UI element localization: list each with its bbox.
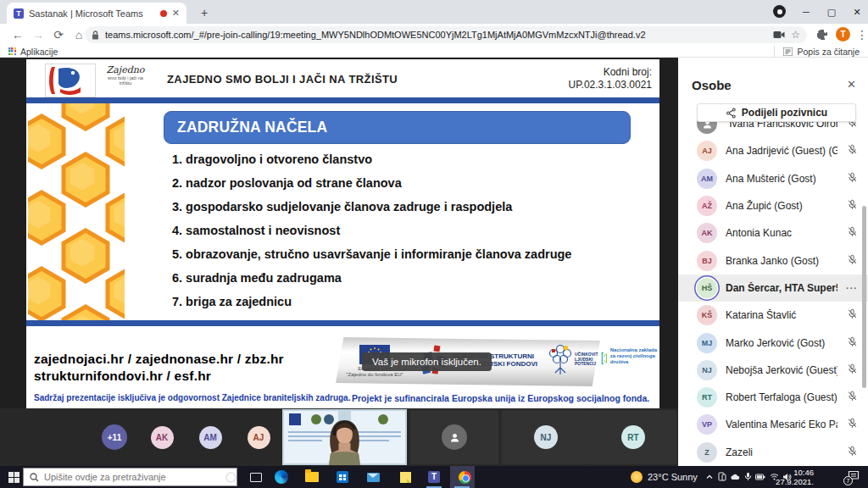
browser-tab[interactable]: T Sastanak | Microsoft Teams ✕ [7,3,186,24]
bookmarks-bar: Aplikacije Popis za čitanje [0,46,868,58]
participant-name: Nebojša Jerković (Guest) (G... [726,364,837,376]
weather-sun-icon[interactable] [631,471,643,483]
file-explorer-button[interactable] [303,469,320,485]
your-phone-icon[interactable] [718,472,726,481]
share-icon [726,108,737,119]
window-minimize-button[interactable]: ─ [795,3,817,20]
participant-initials-avatar: RT [621,425,645,449]
onedrive-cloud-icon[interactable] [730,473,740,480]
participant-row[interactable]: AŽAna Župić (Gost) [678,192,868,219]
cortana-button[interactable] [222,469,239,485]
search-input[interactable] [44,472,222,482]
participant-name: Antonia Kunac [726,227,837,239]
tab-title: Sastanak | Microsoft Teams [29,8,155,19]
mic-muted-icon [846,171,858,186]
tab-close-icon[interactable]: ✕ [172,8,180,18]
lock-icon [92,30,99,40]
taskbar-clock[interactable]: 10:46 27.9.2021. [770,468,814,486]
participant-avatar: MJ [697,333,717,353]
address-bar[interactable]: teams.microsoft.com/_#/pre-join-calling/… [85,26,807,43]
mail-button[interactable] [364,469,381,485]
chrome-avatar[interactable]: T [836,27,850,42]
reading-list-button[interactable]: Popis za čitanje [774,46,860,57]
panel-scrollbar[interactable] [862,206,866,388]
kebab-menu-icon[interactable]: ⋮ [854,27,868,42]
browser-profile-icon[interactable] [773,5,786,18]
participant-avatar: BJ [697,251,717,271]
participant-avatar: HŠ [697,278,717,298]
participant-avatar: AK [697,223,717,243]
action-center-button[interactable]: 7 [848,470,860,485]
edge-button[interactable] [273,469,290,485]
participant-row[interactable]: AKAntonia Kunac [678,219,868,247]
mic-muted-icon [846,336,858,351]
overflow-avatar[interactable]: AK [151,426,174,449]
sticky-notes-button[interactable] [397,469,414,485]
panel-close-icon[interactable]: ✕ [847,78,856,91]
participant-name: Ana Mušterić (Gost) [726,173,837,185]
new-tab-button[interactable]: + [197,6,212,21]
audio-participant-tile[interactable]: RT [590,410,676,464]
principle-item: 7. briga za zajednicu [172,290,571,313]
tray-chevron-icon[interactable] [705,473,714,481]
overflow-avatar[interactable]: AM [199,426,222,449]
participant-row[interactable]: MJMarko Jerković (Gost) [678,329,868,356]
battery-icon[interactable] [755,474,765,480]
forward-icon[interactable]: → [31,27,46,42]
extensions-puzzle-icon[interactable] [816,29,828,41]
header-divider-bar [26,97,659,103]
apps-shortcut[interactable]: Aplikacije [8,46,58,57]
bookmark-star-icon[interactable]: ☆ [791,29,800,41]
participant-row[interactable]: BJBranka Janko (Gost) [678,247,868,274]
people-panel: Osobe ✕ Podijeli pozivnicu "Ivana Franci… [678,58,868,466]
logo-handwritten-text: Zajedno smo bolji i jači na tržištu [101,64,150,97]
participant-row[interactable]: AMAna Mušterić (Gost) [678,165,868,192]
speaker-video-tile[interactable] [282,409,407,465]
camera-media-icon[interactable] [773,30,785,39]
participant-row[interactable]: RTRobert Terfaloga (Guest) (Go... [678,384,868,411]
nacionalna-text: Nacionalna zaklada za razvoj civilnoga d… [610,344,659,383]
participant-row[interactable]: KŠKatarina Štavlić [678,302,868,329]
participant-row[interactable]: VPValentina Mesarić Eko Pan (... [678,411,868,438]
principle-item: 5. obrazovanje, stručno usavršavanje i i… [172,242,571,266]
search-icon [30,473,39,482]
audio-participant-tile[interactable]: NJ [502,410,590,464]
overflow-avatar[interactable]: +11 [102,424,127,450]
taskbar-search[interactable] [23,468,237,486]
window-close-button[interactable]: ✕ [846,3,868,20]
back-icon[interactable]: ← [10,27,25,42]
disclaimer-left: Sadržaj prezentacije isključiva je odgov… [34,393,350,402]
participant-avatar: NJ [697,360,717,380]
share-invite-button[interactable]: Podijeli pozivnicu [697,103,856,122]
reload-icon[interactable]: ⟳ [51,27,66,42]
overflow-avatar[interactable]: AJ [248,426,270,449]
store-icon [337,471,348,483]
url-text: teams.microsoft.com/_#/pre-join-calling/… [105,30,767,40]
window-maximize-button[interactable]: ▢ [821,3,843,20]
chrome-app-button[interactable] [450,466,475,488]
store-button[interactable] [334,469,351,485]
cortana-icon [225,472,236,483]
weather-text[interactable]: 23°C Sunny [648,472,698,482]
participant-name: Ana Jadrijević (Guest) (Gost) [726,145,837,157]
participant-row[interactable]: AJAna Jadrijević (Guest) (Gost) [678,137,868,164]
sticky-notes-icon [400,472,411,483]
mic-muted-icon [846,445,858,460]
task-view-button[interactable] [248,469,264,485]
participant-row[interactable]: NJNebojša Jerković (Guest) (G... [678,357,868,384]
audio-participant-tile[interactable] [410,410,498,464]
participant-initials-avatar: NJ [534,425,558,449]
participant-row[interactable]: HŠDan Šercar, HTA Super5Q (G...··· [678,274,868,302]
more-options-icon[interactable]: ··· [846,283,858,293]
participant-avatar: AŽ [697,196,717,216]
participant-row[interactable]: ZZazeli [678,439,868,466]
presentation-slide: Zajedno smo bolji i jači na tržištu ZAJE… [26,59,659,408]
browser-toolbar: ← → ⟳ ⌂ teams.microsoft.com/_#/pre-join-… [0,24,868,46]
zadruga-logo-icon [45,64,96,97]
participant-name: Katarina Štavlić [726,309,837,321]
microphone-icon[interactable] [744,472,752,481]
start-button[interactable] [5,469,22,485]
footer-urls: zajednojaci.hr / zajednonase.hr / zbz.hr… [34,351,284,384]
mail-icon [367,473,380,482]
teams-app-button[interactable]: T [426,469,442,485]
